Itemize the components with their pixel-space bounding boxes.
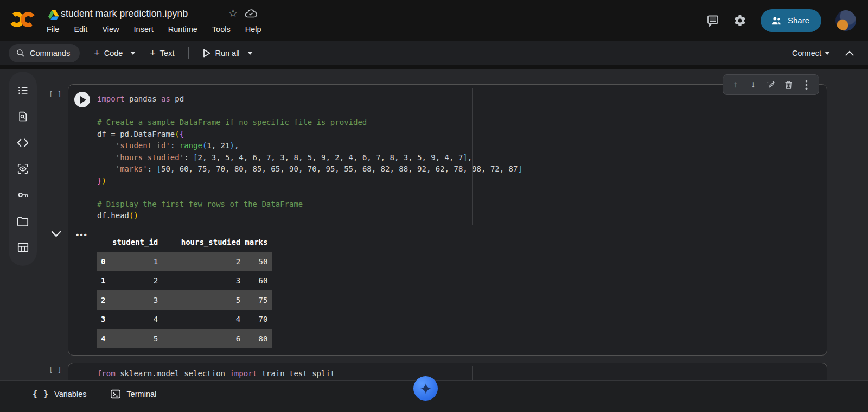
add-code-label: Code	[104, 49, 123, 58]
table-cell: 50	[245, 252, 272, 271]
output-options-button[interactable]: •••	[76, 230, 88, 239]
star-icon[interactable]: ☆	[228, 7, 238, 20]
plus-icon: +	[94, 48, 100, 58]
plus-icon: +	[150, 48, 156, 58]
menu-runtime[interactable]: Runtime	[168, 25, 197, 34]
notebook-content: [ ] ↑ ↓	[0, 69, 868, 380]
comments-icon[interactable]	[706, 14, 719, 27]
code-cell[interactable]: from sklearn.model_selection import trai…	[68, 363, 827, 380]
run-cell-button[interactable]	[74, 92, 90, 107]
header-actions: Share	[706, 0, 856, 41]
run-all-label: Run all	[215, 49, 239, 58]
collapse-output-icon[interactable]	[51, 231, 61, 237]
chevron-down-icon[interactable]	[130, 52, 136, 55]
menu-edit[interactable]: Edit	[74, 25, 87, 34]
move-cell-up-icon[interactable]: ↑	[728, 78, 742, 92]
files-folder-icon[interactable]	[16, 215, 29, 228]
add-text-button[interactable]: + Text	[150, 48, 174, 58]
colab-app: student mark prediction.ipynb ☆ File Edi…	[0, 0, 868, 412]
code-editor[interactable]: from sklearn.model_selection import trai…	[97, 368, 335, 380]
find-in-notebook-icon[interactable]	[16, 110, 29, 123]
dataframe-output: student_idhours_studiedmarks012501236023…	[97, 236, 272, 348]
code-cell[interactable]: ↑ ↓	[68, 84, 827, 356]
table-cell: 1	[112, 252, 162, 271]
left-sidebar	[9, 72, 37, 266]
menu-file[interactable]: File	[47, 25, 59, 34]
table-row: 23575	[97, 290, 272, 310]
gemini-button[interactable]	[413, 376, 438, 401]
table-cell: 2	[97, 290, 112, 310]
column-header: marks	[245, 236, 272, 252]
data-table-icon[interactable]	[16, 241, 29, 254]
table-cell: 80	[245, 329, 272, 348]
run-all-button[interactable]: Run all	[203, 49, 252, 58]
more-options-icon[interactable]	[800, 78, 814, 92]
menu-view[interactable]: View	[102, 25, 119, 34]
search-icon	[16, 48, 25, 58]
settings-gear-icon[interactable]	[733, 14, 746, 27]
code-snippets-icon[interactable]	[16, 136, 29, 149]
toolbar-divider	[188, 47, 189, 59]
table-cell: 3	[162, 271, 245, 291]
column-header: hours_studied	[162, 236, 245, 252]
connect-button[interactable]: Connect	[792, 49, 830, 58]
eye-scan-icon[interactable]	[16, 162, 29, 175]
execution-count[interactable]: [ ]	[49, 366, 61, 374]
share-label: Share	[788, 16, 809, 25]
column-header	[97, 236, 112, 252]
edit-with-ai-icon[interactable]	[764, 78, 778, 92]
variables-label: Variables	[54, 390, 86, 398]
commands-label: Commands	[30, 49, 70, 58]
menu-insert[interactable]: Insert	[134, 25, 154, 34]
table-cell: 5	[112, 329, 162, 348]
menu-help[interactable]: Help	[245, 25, 261, 34]
execution-count[interactable]: [ ]	[49, 90, 61, 98]
connect-label: Connect	[792, 49, 821, 58]
table-cell: 70	[245, 310, 272, 329]
run-icon	[203, 49, 210, 58]
move-cell-down-icon[interactable]: ↓	[746, 78, 760, 92]
table-row: 45680	[97, 329, 272, 348]
terminal-icon	[110, 389, 121, 399]
header: student mark prediction.ipynb ☆ File Edi…	[0, 0, 868, 41]
share-button[interactable]: Share	[761, 9, 821, 32]
cloud-saved-icon[interactable]	[244, 8, 257, 19]
secrets-key-icon[interactable]	[16, 188, 29, 201]
table-row: 01250	[97, 252, 272, 271]
chevron-down-icon[interactable]	[825, 52, 830, 55]
braces-icon: { }	[33, 389, 49, 399]
table-cell: 6	[162, 329, 245, 348]
notebook-title[interactable]: student mark prediction.ipynb	[61, 8, 188, 20]
table-cell: 4	[97, 329, 112, 348]
variables-button[interactable]: { } Variables	[33, 389, 86, 399]
menu-tools[interactable]: Tools	[212, 25, 231, 34]
table-cell: 0	[97, 252, 112, 271]
avatar[interactable]	[835, 10, 856, 31]
menubar: File Edit View Insert Runtime Tools Help	[47, 25, 261, 34]
table-row: 12360	[97, 271, 272, 291]
table-cell: 4	[112, 310, 162, 329]
colab-logo	[9, 7, 37, 32]
chevron-down-icon[interactable]	[247, 52, 253, 55]
code-editor[interactable]: import pandas as pd # Create a sample Da…	[97, 93, 522, 222]
table-cell: 2	[162, 252, 245, 271]
table-of-contents-icon[interactable]	[16, 84, 29, 97]
terminal-label: Terminal	[126, 390, 156, 398]
collapse-toolbar-icon[interactable]	[845, 50, 854, 56]
table-row: 34470	[97, 310, 272, 329]
notebook-toolbar: Commands + Code + Text Run all Connect	[0, 41, 868, 65]
table-cell: 3	[112, 290, 162, 310]
column-ruler	[472, 366, 473, 380]
delete-cell-icon[interactable]	[782, 78, 796, 92]
commands-button[interactable]: Commands	[9, 44, 80, 62]
table-cell: 75	[245, 290, 272, 310]
add-text-label: Text	[160, 49, 175, 58]
toolbar-gap	[0, 65, 868, 69]
gemini-spark-icon	[419, 382, 432, 395]
terminal-button[interactable]: Terminal	[110, 389, 156, 399]
table-cell: 4	[162, 310, 245, 329]
column-header: student_id	[112, 236, 162, 252]
drive-icon	[48, 9, 60, 20]
add-code-button[interactable]: + Code	[94, 48, 136, 58]
table-cell: 2	[112, 271, 162, 291]
